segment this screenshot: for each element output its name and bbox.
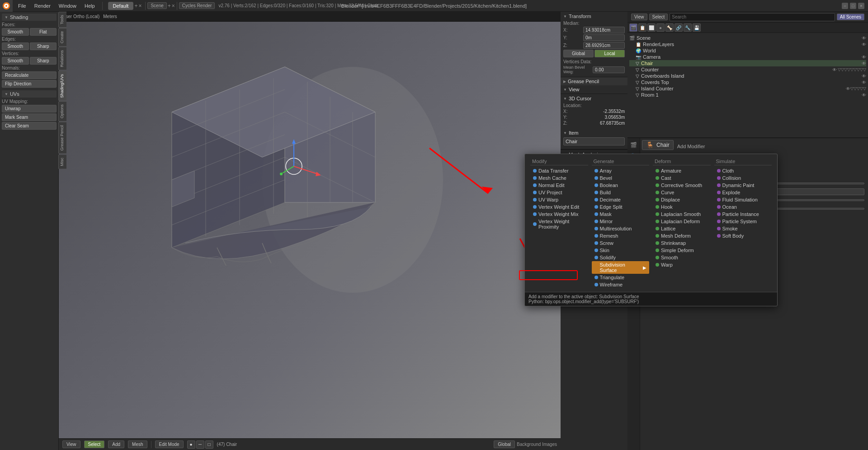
ocean-item[interactable]: Ocean — [714, 203, 772, 211]
normal-edit-item[interactable]: Normal Edit — [530, 182, 588, 189]
smoke-item[interactable]: Smoke — [714, 225, 772, 232]
view-section[interactable]: ▼ View — [561, 85, 627, 94]
laplacian-smooth-item[interactable]: Laplacian Smooth — [653, 211, 711, 218]
outliner-coverds-top[interactable]: ▽ Coverds Top 👁 — [629, 79, 866, 85]
triangulate-item[interactable]: Triangulate — [592, 274, 650, 281]
edge-mode-icon[interactable]: ─ — [196, 441, 204, 449]
chair-eye[interactable]: 👁 — [862, 61, 866, 66]
cursor-x-value[interactable]: -2.35532m — [603, 109, 625, 114]
particle-instance-item[interactable]: Particle Instance — [714, 211, 772, 218]
close-scene-btn[interactable]: × — [172, 3, 175, 9]
decimate-item[interactable]: Decimate — [592, 196, 650, 203]
grease-pencil-section[interactable]: Grease Pencil — [561, 77, 627, 85]
camera-eye[interactable]: 👁 — [862, 55, 866, 60]
outliner-chair[interactable]: ▽ Chair 👁 — [629, 60, 866, 66]
vertex-mode-icon[interactable]: ● — [187, 441, 195, 449]
outliner-layers-icon[interactable]: 📋 — [638, 23, 646, 32]
workspace-default[interactable]: Default — [108, 2, 134, 10]
add-workspace-btn[interactable]: + — [134, 3, 137, 9]
bevel-item[interactable]: Bevel — [592, 174, 650, 182]
render-engine-tab[interactable]: Cycles Render — [179, 2, 215, 9]
outliner-renderlayers[interactable]: 📋 RenderLayers 👁 — [629, 41, 866, 47]
shrinkwrap-item[interactable]: Shrinkwrap — [653, 239, 711, 247]
mesh-btn[interactable]: Mesh — [128, 441, 147, 448]
boolean-item[interactable]: Boolean — [592, 182, 650, 189]
add-scene-btn[interactable]: + — [168, 3, 171, 9]
data-transfer-item[interactable]: Data Transfer — [530, 167, 588, 174]
outliner-vert-icon[interactable]: ● — [656, 23, 665, 32]
solidify-item[interactable]: Solidify — [592, 254, 650, 261]
vertex-weight-proximity-item[interactable]: Vertex Weight Proximity — [530, 218, 588, 230]
z-value[interactable]: 28.69291cm — [583, 42, 625, 49]
dynamic-paint-item[interactable]: Dynamic Paint — [714, 182, 772, 189]
multiresolution-item[interactable]: Multiresolution — [592, 225, 650, 232]
tab-tools[interactable]: Tools — [58, 12, 66, 28]
mesh-cache-item[interactable]: Mesh Cache — [530, 174, 588, 182]
array-item[interactable]: Array — [592, 167, 650, 174]
local-space-btn[interactable]: Local — [594, 50, 625, 57]
renderlayers-eye-icon[interactable]: 👁 — [862, 42, 866, 47]
soft-body-item[interactable]: Soft Body — [714, 232, 772, 239]
uvs-header[interactable]: UVs — [2, 90, 57, 98]
unwrap-btn[interactable]: Unwrap — [2, 105, 57, 112]
cast-item[interactable]: Cast — [653, 174, 711, 182]
outliner-all-scenes-btn[interactable]: All Scenes — [837, 14, 864, 20]
outliner-island-counter[interactable]: ▽ Island Counter 👁 ▽▽▽▽▽ — [629, 85, 866, 92]
outliner-coverboards[interactable]: ▽ Coverboards Island 👁 — [629, 73, 866, 79]
menu-help[interactable]: Help — [81, 2, 99, 9]
cursor-y-value[interactable]: 3.05653m — [605, 115, 625, 120]
mark-seam-btn[interactable]: Mark Seam — [2, 113, 57, 121]
outliner-camera[interactable]: 📷 Camera 👁 — [629, 54, 866, 60]
transform-title[interactable]: Transform — [563, 14, 625, 19]
item-title[interactable]: ▼ Item — [563, 130, 625, 136]
vertex-weight-edit-item[interactable]: Vertex Weight Edit — [530, 203, 588, 211]
x-value[interactable]: 14.93018cm — [583, 27, 625, 33]
edges-smooth-btn[interactable]: Smooth — [2, 42, 29, 50]
uv-project-item[interactable]: UV Project — [530, 189, 588, 196]
curve-item[interactable]: Curve — [653, 189, 711, 196]
mean-bevel-value[interactable]: 0.00 — [593, 66, 625, 73]
edges-sharp-btn[interactable]: Sharp — [30, 42, 57, 50]
cloth-item[interactable]: Cloth — [714, 167, 772, 174]
add-btn[interactable]: Add — [108, 441, 124, 448]
mirror-item[interactable]: Mirror — [592, 218, 650, 225]
close-workspace-btn[interactable]: × — [138, 3, 142, 9]
scene-tab[interactable]: Scene — [147, 2, 166, 9]
simple-deform-item[interactable]: Simple Deform — [653, 247, 711, 254]
clear-seam-btn[interactable]: Clear Seam — [2, 122, 57, 130]
outliner-room1[interactable]: ▽ Room 1 👁 — [629, 92, 866, 98]
minimize-btn[interactable]: − — [842, 3, 848, 9]
tab-grease-pencil[interactable]: Grease Pencil — [58, 122, 66, 154]
tab-relations[interactable]: Relations — [58, 47, 66, 70]
face-mode-icon[interactable]: □ — [205, 441, 213, 449]
menu-render[interactable]: Render — [31, 2, 54, 9]
outliner-data-icon[interactable]: 💾 — [693, 23, 701, 32]
fluid-simulation-item[interactable]: Fluid Simulation — [714, 196, 772, 203]
collision-item[interactable]: Collision — [714, 174, 772, 182]
particle-system-item[interactable]: Particle System — [714, 218, 772, 225]
mesh-deform-item[interactable]: Mesh Deform — [653, 232, 711, 239]
cursor-z-value[interactable]: 67.68735cm — [600, 121, 625, 126]
tab-options[interactable]: Options — [58, 101, 66, 122]
global-space-btn[interactable]: Global — [563, 50, 594, 57]
viewport-3d[interactable] — [59, 22, 561, 448]
outliner-modifier-icon[interactable]: 🔧 — [684, 23, 692, 32]
outliner-constraint-icon[interactable]: 🔗 — [675, 23, 683, 32]
build-item[interactable]: Build — [592, 189, 650, 196]
vertex-weight-mix-item[interactable]: Vertex Weight Mix — [530, 211, 588, 218]
counter-eye[interactable]: 👁 — [832, 67, 837, 72]
outliner-select-btn[interactable]: Select — [649, 14, 668, 20]
subdivision-surface-item[interactable]: Subdivision Surface ▶ — [592, 261, 650, 274]
hook-item[interactable]: Hook — [653, 203, 711, 211]
shading-header[interactable]: Shading — [2, 14, 57, 21]
item-name-field[interactable] — [563, 137, 625, 145]
global-btn[interactable]: Global — [494, 441, 515, 448]
outliner-object-icon[interactable]: ⬜ — [647, 23, 656, 32]
flip-direction-btn[interactable]: Flip Direction — [2, 80, 57, 88]
smooth-flat-flat-btn[interactable]: Flat — [30, 28, 57, 36]
verts-smooth-btn[interactable]: Smooth — [2, 57, 29, 65]
screw-item[interactable]: Screw — [592, 239, 650, 247]
menu-file[interactable]: File — [14, 2, 30, 9]
edit-mode-btn[interactable]: Edit Mode — [155, 441, 184, 448]
verts-sharp-btn[interactable]: Sharp — [30, 57, 57, 65]
